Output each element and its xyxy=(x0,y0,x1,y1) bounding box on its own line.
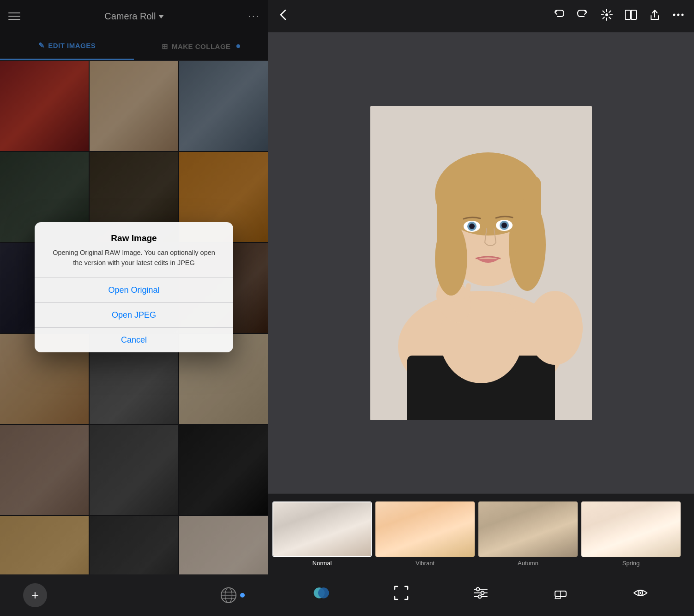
filter-label-vibrant: Vibrant xyxy=(416,560,435,567)
redo-button[interactable] xyxy=(576,8,590,24)
svg-point-55 xyxy=(640,592,641,594)
open-jpeg-button[interactable]: Open JPEG xyxy=(35,303,233,327)
filter-label-autumn: Autumn xyxy=(518,560,538,567)
magic-tool-icon[interactable] xyxy=(600,8,614,24)
dialog-overlay: Raw Image Opening Original RAW Image. Yo… xyxy=(0,0,268,574)
right-toolbar xyxy=(552,8,685,24)
filter-preview-spring xyxy=(581,501,681,557)
svg-point-36 xyxy=(509,199,546,291)
main-photo xyxy=(370,106,592,420)
right-top-bar xyxy=(268,0,694,32)
svg-point-50 xyxy=(481,592,484,595)
right-bottom-bar xyxy=(268,570,694,616)
globe-icon xyxy=(220,586,237,604)
svg-point-45 xyxy=(318,587,329,598)
share-icon[interactable] xyxy=(648,8,662,24)
globe-button[interactable] xyxy=(220,586,245,604)
right-panel: Normal Vibrant Autumn Spring xyxy=(268,0,694,616)
svg-point-51 xyxy=(478,595,482,598)
raw-image-dialog: Raw Image Opening Original RAW Image. Yo… xyxy=(35,222,233,352)
svg-line-10 xyxy=(609,17,611,19)
svg-rect-14 xyxy=(625,10,630,19)
eraser-button[interactable] xyxy=(552,585,569,601)
back-button[interactable] xyxy=(277,8,290,24)
filter-label-normal: Normal xyxy=(313,560,332,567)
bottom-bar-left: + xyxy=(0,574,268,616)
dialog-title: Raw Image xyxy=(48,233,220,243)
left-panel: Camera Roll ··· ✎ EDIT IMAGES ⊞ MAKE COL… xyxy=(0,0,268,616)
filter-preview-vibrant xyxy=(375,501,475,557)
crop-button[interactable] xyxy=(393,585,410,601)
svg-point-17 xyxy=(673,14,676,16)
svg-point-49 xyxy=(477,588,480,591)
svg-rect-15 xyxy=(631,10,636,19)
filter-thumb-autumn xyxy=(478,501,578,557)
svg-point-43 xyxy=(527,291,583,365)
right-nav-left xyxy=(277,8,290,24)
filter-preview-autumn xyxy=(478,501,578,557)
svg-point-19 xyxy=(682,14,684,16)
dialog-message: Opening Original RAW Image. You can opti… xyxy=(48,248,220,268)
main-image-area xyxy=(268,32,694,494)
svg-point-18 xyxy=(677,14,680,16)
filter-preview-normal xyxy=(273,502,371,556)
split-view-icon[interactable] xyxy=(624,8,638,24)
filter-thumb-vibrant xyxy=(375,501,475,557)
filter-strip: Normal Vibrant Autumn Spring xyxy=(268,494,694,570)
open-original-button[interactable]: Open Original xyxy=(35,278,233,302)
color-mode-button[interactable] xyxy=(313,585,330,601)
dialog-content: Raw Image Opening Original RAW Image. Yo… xyxy=(35,222,233,278)
svg-line-12 xyxy=(603,17,605,19)
globe-dot xyxy=(240,593,245,598)
filter-thumb-spring xyxy=(581,501,681,557)
cancel-button[interactable]: Cancel xyxy=(35,328,233,352)
filter-autumn[interactable]: Autumn xyxy=(478,501,578,567)
filter-spring[interactable]: Spring xyxy=(581,501,681,567)
portrait-svg xyxy=(370,106,592,420)
filter-label-spring: Spring xyxy=(622,560,640,567)
preview-button[interactable] xyxy=(632,585,649,601)
svg-line-11 xyxy=(609,11,611,13)
add-button[interactable]: + xyxy=(23,583,47,607)
filter-normal[interactable]: Normal xyxy=(272,501,372,567)
svg-point-42 xyxy=(501,223,507,228)
filter-thumb-normal xyxy=(272,501,372,557)
more-options-right-icon[interactable] xyxy=(672,8,685,24)
svg-line-9 xyxy=(603,11,605,13)
svg-point-13 xyxy=(605,13,608,16)
filter-vibrant[interactable]: Vibrant xyxy=(375,501,475,567)
undo-button[interactable] xyxy=(552,8,566,24)
svg-point-35 xyxy=(435,222,467,296)
adjust-button[interactable] xyxy=(472,585,489,601)
svg-point-39 xyxy=(469,223,475,229)
